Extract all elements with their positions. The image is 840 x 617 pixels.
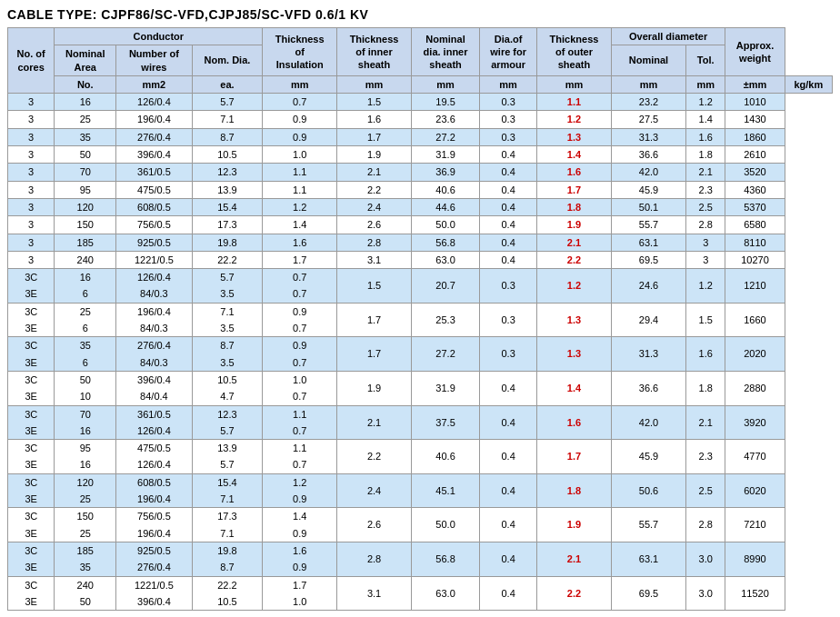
ins-top-cell: 1.4 (263, 508, 337, 525)
dia-wire-armour-header: Dia.ofwire forarmour (480, 28, 537, 76)
area-top-cell: 25 (55, 303, 116, 320)
tol-cell: 3 (686, 251, 725, 268)
thickness-insulation-header: ThicknessofInsulation (263, 28, 337, 76)
unit-mm7: mm (686, 75, 725, 93)
nom-inner-merged: 31.9 (411, 371, 479, 405)
tol-merged: 2.3 (686, 440, 725, 474)
ins-cell: 1.4 (263, 216, 337, 234)
tol-header: Tol. (686, 45, 725, 76)
wires-bot-cell: 84/0.3 (116, 354, 192, 372)
wires-bot-cell: 84/0.3 (116, 320, 192, 337)
nom-inner-cell: 27.2 (411, 128, 479, 145)
cores-top-cell: 3C (8, 303, 55, 320)
wire-arm-merged: 0.4 (480, 576, 537, 611)
dia-cell: 13.9 (192, 181, 263, 198)
dia-cell: 15.4 (192, 198, 263, 215)
nom-inner-merged: 50.0 (411, 508, 479, 542)
table-row: 3 150 756/0.5 17.3 1.4 2.6 50.0 0.4 1.9 … (8, 216, 833, 234)
wire-arm-cell: 0.4 (480, 234, 537, 251)
number-of-wires-header: Number ofwires (116, 45, 192, 76)
inner-sh-merged: 1.5 (337, 269, 412, 304)
table-row-top: 3C 35 276/0.4 8.7 0.9 1.7 27.2 0.3 1.3 3… (8, 337, 833, 354)
cores-cell: 3 (8, 216, 55, 234)
area-top-cell: 16 (55, 269, 116, 286)
nom-inner-merged: 45.1 (411, 473, 479, 508)
nominal-merged: 69.5 (611, 576, 685, 611)
ins-cell: 1.0 (263, 146, 337, 164)
nominal-merged: 63.1 (611, 542, 685, 576)
cores-bot-cell: 3E (8, 456, 55, 473)
wires-top-cell: 756/0.5 (116, 508, 192, 525)
table-row: 3 25 196/0.4 7.1 0.9 1.6 23.6 0.3 1.2 27… (8, 111, 833, 128)
dia-bot-cell: 10.5 (192, 593, 263, 611)
unit-kgkm: kg/km (785, 75, 832, 93)
dia-bot-cell: 3.5 (192, 320, 263, 337)
dia-top-cell: 10.5 (192, 371, 263, 388)
unit-mm5: mm (537, 75, 612, 93)
outer-sh-cell: 1.8 (537, 198, 612, 215)
inner-sh-cell: 1.9 (337, 146, 412, 164)
overall-diameter-header: Overall diameter (611, 28, 725, 45)
nominal-merged: 50.6 (611, 473, 685, 508)
dia-top-cell: 19.8 (192, 542, 263, 559)
wire-arm-cell: 0.4 (480, 146, 537, 164)
weight-merged: 2880 (725, 371, 785, 405)
ins-bot-cell: 0.7 (263, 285, 337, 303)
wires-cell: 475/0.5 (116, 181, 192, 198)
dia-bot-cell: 7.1 (192, 525, 263, 542)
nominal-merged: 36.6 (611, 371, 685, 405)
ins-top-cell: 1.0 (263, 371, 337, 388)
nominal-merged: 24.6 (611, 269, 685, 304)
wires-bot-cell: 276/0.4 (116, 559, 192, 576)
unit-mm6: mm (611, 75, 685, 93)
inner-sh-merged: 3.1 (337, 576, 412, 611)
inner-sh-merged: 1.7 (337, 337, 412, 372)
conductor-header: Conductor (55, 28, 263, 45)
weight-cell: 1860 (725, 128, 785, 145)
ins-top-cell: 0.7 (263, 269, 337, 286)
ins-bot-cell: 0.7 (263, 354, 337, 372)
cores-top-cell: 3C (8, 371, 55, 388)
wires-bot-cell: 84/0.4 (116, 388, 192, 405)
area-cell: 150 (55, 216, 116, 234)
approx-weight-header: Approx.weight (725, 28, 785, 76)
inner-sh-merged: 1.7 (337, 303, 412, 337)
area-bot-cell: 10 (55, 388, 116, 405)
inner-sh-cell: 1.5 (337, 94, 412, 111)
unit-ea: ea. (192, 75, 263, 93)
cores-cell: 3 (8, 181, 55, 198)
wires-top-cell: 396/0.4 (116, 371, 192, 388)
thickness-inner-sheath-header: Thicknessof innersheath (337, 28, 412, 76)
nominal-cell: 63.1 (611, 234, 685, 251)
nom-inner-cell: 23.6 (411, 111, 479, 128)
outer-sh-cell: 1.6 (537, 164, 612, 181)
ins-cell: 0.9 (263, 128, 337, 145)
dia-top-cell: 12.3 (192, 405, 263, 423)
ins-bot-cell: 0.7 (263, 423, 337, 440)
weight-merged: 2020 (725, 337, 785, 372)
area-top-cell: 120 (55, 473, 116, 491)
dia-top-cell: 13.9 (192, 440, 263, 457)
weight-cell: 1430 (725, 111, 785, 128)
table-row-top: 3C 185 925/0.5 19.8 1.6 2.8 56.8 0.4 2.1… (8, 542, 833, 559)
wire-arm-merged: 0.4 (480, 542, 537, 576)
outer-sh-merged: 2.1 (537, 542, 612, 576)
cable-table: No. ofcores Conductor ThicknessofInsulat… (7, 27, 833, 611)
unit-mm1: mm (263, 75, 337, 93)
dia-top-cell: 15.4 (192, 473, 263, 491)
wire-arm-cell: 0.3 (480, 128, 537, 145)
cores-top-cell: 3C (8, 473, 55, 491)
outer-sh-merged: 1.7 (537, 440, 612, 474)
nominal-cell: 36.6 (611, 146, 685, 164)
wires-top-cell: 925/0.5 (116, 542, 192, 559)
cores-cell: 3 (8, 251, 55, 268)
wires-cell: 276/0.4 (116, 128, 192, 145)
wires-cell: 1221/0.5 (116, 251, 192, 268)
nom-inner-cell: 31.9 (411, 146, 479, 164)
table-row-top: 3C 150 756/0.5 17.3 1.4 2.6 50.0 0.4 1.9… (8, 508, 833, 525)
unit-mm3: mm (411, 75, 479, 93)
ins-bot-cell: 0.9 (263, 491, 337, 508)
table-row: 3 240 1221/0.5 22.2 1.7 3.1 63.0 0.4 2.2… (8, 251, 833, 268)
header-row-1: No. ofcores Conductor ThicknessofInsulat… (8, 28, 833, 45)
wire-arm-cell: 0.4 (480, 251, 537, 268)
